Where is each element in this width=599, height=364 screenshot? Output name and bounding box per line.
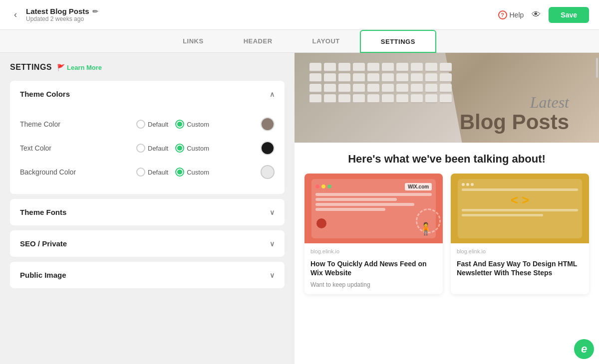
text-color-row: Text Color Default Custom: [20, 136, 275, 160]
blog-card-2-source: blog.elink.io: [451, 243, 589, 257]
wix-dot-yellow: [321, 184, 325, 188]
save-button[interactable]: Save: [549, 7, 589, 23]
blog-card-1-image: WIX.com 🧍: [304, 174, 443, 243]
wix-content-lines: [315, 193, 432, 234]
bg-color-label: Background Color: [20, 168, 90, 176]
blog-cards: WIX.com 🧍: [295, 174, 599, 294]
theme-color-default-option[interactable]: Default: [136, 120, 168, 129]
preview-header-script: Latest: [460, 93, 569, 112]
text-color-custom-option[interactable]: Custom: [175, 144, 209, 153]
wix-logo: WIX.com: [405, 183, 432, 190]
theme-color-swatch[interactable]: [261, 117, 275, 131]
text-color-swatch[interactable]: [261, 141, 275, 155]
html-dot-1: [462, 183, 465, 186]
preview-subtitle: Here's what we've been talking about!: [295, 143, 599, 174]
preview-button[interactable]: 👁: [532, 9, 541, 20]
learn-more-link[interactable]: 🚩 Learn More: [57, 64, 102, 71]
preview-header-text: Latest Blog Posts: [460, 93, 569, 133]
text-color-default-option[interactable]: Default: [136, 144, 168, 153]
wix-circle-decoration: [316, 218, 326, 228]
bg-color-custom-option[interactable]: Custom: [175, 168, 209, 177]
html-top-bar: [462, 183, 578, 186]
text-color-custom-radio[interactable]: [175, 144, 184, 153]
code-line: [462, 188, 578, 191]
right-panel: Latest Blog Posts Here's what we've been…: [295, 53, 599, 364]
nav-tabs: LINKS HEADER LAYOUT SETTINGS: [0, 30, 599, 53]
bg-color-custom-radio[interactable]: [175, 168, 184, 177]
text-color-default-label: Default: [148, 145, 168, 152]
scroll-indicator[interactable]: [596, 58, 598, 78]
panel-heading: SETTINGS 🚩 Learn More: [10, 63, 285, 72]
tab-links[interactable]: LINKS: [163, 30, 224, 52]
theme-color-custom-radio[interactable]: [175, 120, 184, 129]
blog-card-1-title: How To Quickly Add News Feed on Wix Webs…: [304, 257, 443, 281]
wix-dot-red: [315, 184, 319, 188]
theme-colors-section: Theme Colors ∧ Theme Color Default: [10, 81, 285, 194]
main-layout: SETTINGS 🚩 Learn More Theme Colors ∧ The…: [0, 53, 599, 364]
theme-colors-content: Theme Color Default Custom: [10, 107, 285, 194]
tab-header[interactable]: HEADER: [224, 30, 293, 52]
bg-color-custom-label: Custom: [187, 169, 209, 176]
tab-layout[interactable]: LAYOUT: [293, 30, 360, 52]
wix-top-bar: WIX.com: [315, 183, 432, 190]
seo-header[interactable]: SEO / Private ∨: [10, 230, 285, 257]
text-color-radio-group: Default Custom: [136, 144, 209, 153]
wix-illustration: WIX.com 🧍: [311, 179, 436, 238]
top-bar: ‹ Latest Blog Posts ✏ Updated 2 weeks ag…: [0, 0, 599, 30]
text-color-custom-label: Custom: [187, 145, 209, 152]
tab-settings[interactable]: SETTINGS: [360, 30, 436, 53]
code-line: [462, 209, 578, 211]
wix-dot-green: [327, 184, 331, 188]
help-icon: ?: [498, 10, 507, 19]
bg-color-swatch[interactable]: [261, 165, 275, 179]
code-line: [462, 214, 543, 216]
back-button[interactable]: ‹: [10, 7, 21, 22]
public-image-chevron-icon: ∨: [270, 271, 275, 279]
bg-color-radio-group: Default Custom: [136, 168, 209, 177]
html-illustration: < >: [458, 179, 582, 238]
text-color-custom-radio-fill: [177, 146, 182, 151]
bg-color-default-radio[interactable]: [136, 168, 145, 177]
elink-watermark: e: [574, 339, 594, 359]
preview-header-title: Blog Posts: [460, 112, 569, 133]
title-block: Latest Blog Posts ✏ Updated 2 weeks ago: [26, 7, 98, 22]
bg-color-custom-radio-fill: [177, 170, 182, 175]
theme-color-row: Theme Color Default Custom: [20, 112, 275, 136]
chevron-up-icon: ∧: [270, 90, 275, 98]
theme-color-default-label: Default: [148, 121, 168, 128]
blog-card-2-image: < >: [451, 174, 589, 243]
theme-fonts-header[interactable]: Theme Fonts ∨: [10, 199, 285, 225]
top-bar-left: ‹ Latest Blog Posts ✏ Updated 2 weeks ag…: [10, 7, 98, 22]
text-color-label: Text Color: [20, 144, 90, 152]
theme-color-radio-group: Default Custom: [136, 120, 209, 129]
preview-header-image: Latest Blog Posts: [295, 53, 599, 143]
bg-color-row: Background Color Default Custom: [20, 160, 275, 184]
edit-icon[interactable]: ✏: [92, 7, 98, 15]
text-color-default-radio[interactable]: [136, 144, 145, 153]
page-subtitle: Updated 2 weeks ago: [26, 15, 98, 22]
wix-line: [315, 203, 414, 206]
theme-colors-label: Theme Colors: [20, 90, 70, 98]
wix-line: [315, 198, 397, 201]
wix-person-icon: 🧍: [418, 222, 433, 236]
theme-colors-header[interactable]: Theme Colors ∧: [10, 81, 285, 107]
help-button[interactable]: ? Help: [498, 10, 524, 19]
chevron-down-icon: ∨: [270, 208, 275, 216]
html-dot-3: [471, 183, 474, 186]
blog-card-1: WIX.com 🧍: [304, 174, 443, 294]
theme-color-default-radio[interactable]: [136, 120, 145, 129]
public-image-header[interactable]: Public Image ∨: [10, 262, 285, 288]
settings-title: SETTINGS: [10, 63, 52, 72]
bg-color-default-option[interactable]: Default: [136, 168, 168, 177]
bg-color-default-label: Default: [148, 169, 168, 176]
seo-chevron-icon: ∨: [270, 240, 275, 248]
left-panel: SETTINGS 🚩 Learn More Theme Colors ∧ The…: [0, 53, 295, 364]
theme-color-custom-option[interactable]: Custom: [175, 120, 209, 129]
preview-content: Latest Blog Posts Here's what we've been…: [295, 53, 599, 364]
theme-color-custom-radio-fill: [177, 122, 182, 127]
keyboard-keys: [309, 63, 453, 103]
code-brackets-icon: < >: [462, 193, 578, 206]
wix-line: [315, 193, 432, 196]
wix-line: [315, 208, 385, 211]
theme-fonts-section: Theme Fonts ∨: [10, 199, 285, 225]
